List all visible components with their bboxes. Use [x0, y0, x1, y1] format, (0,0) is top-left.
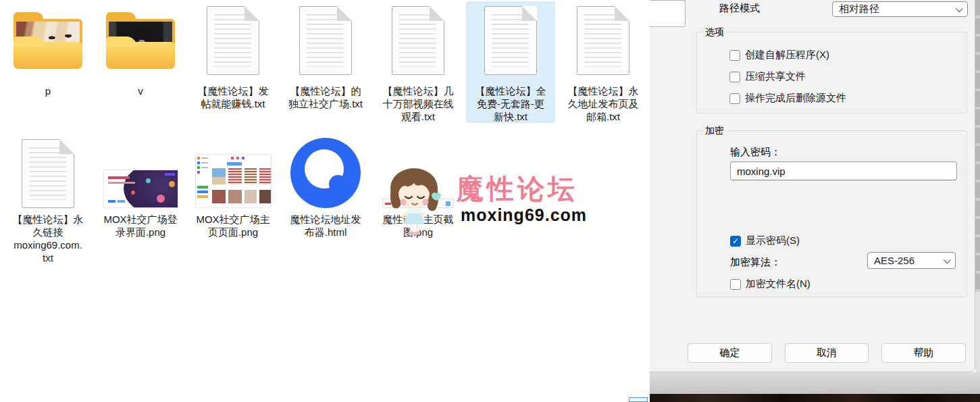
file-item[interactable]: 【魔性论坛】永 久链接 moxing69.com. txt — [3, 132, 93, 264]
checkbox-label: 压缩共享文件 — [745, 70, 806, 83]
checkbox-icon[interactable] — [730, 279, 741, 290]
file-icon-box — [188, 132, 278, 208]
folder-front — [14, 42, 82, 69]
text-file-icon — [392, 6, 444, 75]
file-label: 【魔性论坛】的 独立社交广场.txt — [288, 84, 363, 110]
file-label: MOX社交广场登 录界面.png — [103, 213, 177, 238]
watermark-title: 魔性论坛 — [457, 170, 578, 207]
algorithm-select[interactable]: AES-256 — [867, 252, 956, 269]
image-thumbnail-home — [195, 154, 272, 208]
checkbox-encrypt-filenames[interactable]: 加密文件名(N) — [730, 278, 810, 291]
checkbox-icon[interactable] — [729, 72, 740, 82]
options-group: 选项 创建自解压程序(X) 压缩共享文件 操作完成后删除源文件 — [696, 32, 967, 114]
folder-icon — [106, 12, 175, 69]
file-item[interactable]: v — [96, 1, 185, 97]
path-mode-label: 路径模式 — [719, 2, 760, 15]
file-icon-box — [3, 1, 93, 80]
text-lines — [399, 14, 436, 67]
page-fold — [337, 6, 352, 21]
checkbox-label: 显示密码(S) — [746, 234, 800, 247]
page-fold — [430, 6, 444, 21]
page-fold — [59, 139, 74, 154]
chevron-down-icon — [956, 4, 963, 11]
options-group-title: 选项 — [703, 26, 726, 39]
text-lines — [214, 14, 251, 67]
file-icon-box — [373, 132, 463, 208]
checkbox-show-password[interactable]: 显示密码(S) — [730, 234, 800, 247]
checkbox-label: 创建自解压程序(X) — [745, 49, 829, 61]
checkbox-icon[interactable] — [729, 50, 740, 61]
encryption-group: 加密 输入密码： 显示密码(S) 加密算法： AES-256 加密文件名(N) — [696, 130, 967, 297]
path-mode-value: 相对路径 — [839, 3, 879, 16]
watermark-domain: moxing69.com — [461, 205, 587, 225]
text-file-icon — [299, 6, 352, 75]
file-icon-box — [96, 132, 185, 208]
file-label: 魔性论坛地址发 布器.html — [290, 213, 361, 238]
text-file-icon — [577, 6, 629, 75]
file-label: p — [45, 84, 51, 97]
image-thumbnail-login — [103, 170, 178, 208]
ok-button[interactable]: 确定 — [688, 343, 772, 363]
chevron-down-icon — [944, 255, 951, 263]
file-item[interactable]: 魔性论坛地址发 布器.html — [281, 132, 370, 238]
checkbox-create-sfx[interactable]: 创建自解压程序(X) — [729, 49, 829, 61]
checkbox-delete-source[interactable]: 操作完成后删除源文件 — [729, 92, 846, 105]
file-item[interactable]: p — [3, 1, 93, 97]
screen: pv【魔性论坛】发 帖就能赚钱.txt【魔性论坛】的 独立社交广场.txt【魔性… — [0, 0, 980, 402]
file-label: 【魔性论坛】发 帖就能赚钱.txt — [198, 84, 269, 110]
checkbox-checked-icon[interactable] — [730, 236, 741, 247]
file-item[interactable]: 【魔性论坛】全 免费-无套路-更 新快.txt — [466, 1, 555, 123]
checkbox-icon[interactable] — [729, 93, 740, 104]
archive-dialog: / 12 18 MB 路径模式 相对路径 选项 创建自解压程序(X) 压缩共享文… — [650, 0, 975, 372]
file-icon-box — [466, 1, 555, 80]
algorithm-label: 加密算法： — [730, 256, 781, 269]
file-label: 【魔性论坛】全 免费-无套路-更 新快.txt — [475, 84, 546, 123]
checkbox-label: 加密文件名(N) — [746, 278, 810, 291]
left-partial-field[interactable] — [650, 0, 686, 27]
encryption-group-title: 加密 — [703, 125, 726, 137]
file-item[interactable]: MOX社交广场登 录界面.png — [96, 132, 185, 238]
text-file-icon — [207, 6, 259, 75]
page-fold — [615, 6, 629, 21]
file-label: 【魔性论坛】永 久地址发布页及 邮箱.txt — [568, 84, 639, 123]
window-edge-scrollbar — [975, 0, 980, 372]
file-icon-box — [96, 1, 185, 80]
path-mode-select[interactable]: 相对路径 — [832, 1, 968, 17]
file-icon-box — [3, 132, 93, 208]
file-item[interactable]: 【魔性论坛】永 久地址发布页及 邮箱.txt — [559, 1, 648, 123]
algorithm-value: AES-256 — [874, 255, 914, 266]
text-lines — [492, 14, 529, 67]
text-file-icon — [484, 6, 537, 75]
image-thumbnail-screenshot — [382, 199, 454, 208]
checkbox-shared-archive[interactable]: 压缩共享文件 — [729, 70, 806, 83]
cancel-button[interactable]: 取消 — [785, 343, 869, 363]
password-label: 输入密码： — [730, 146, 781, 159]
file-item[interactable]: 魔性论坛主页截 图.png — [373, 132, 463, 238]
file-item[interactable]: 【魔性论坛】的 独立社交广场.txt — [281, 1, 370, 110]
file-icon-box — [559, 1, 648, 80]
checkbox-label: 操作完成后删除源文件 — [745, 92, 846, 105]
page-fold — [244, 6, 259, 21]
folder-icon — [14, 12, 82, 69]
taskbar-peek-element — [629, 397, 648, 402]
file-label: MOX社交广场主 页页面.png — [196, 213, 269, 238]
file-label: 【魔性论坛】永 久链接 moxing69.com. txt — [13, 213, 84, 264]
password-input[interactable] — [730, 161, 957, 180]
text-file-icon — [22, 139, 74, 208]
text-lines — [307, 14, 344, 67]
file-icon-box — [281, 1, 370, 80]
file-label: v — [138, 84, 143, 97]
file-label: 魔性论坛主页截 图.png — [383, 213, 454, 238]
page-fold — [522, 6, 537, 21]
file-icon-box — [373, 1, 463, 80]
file-item[interactable]: 【魔性论坛】几 十万部视频在线 观看.txt — [373, 1, 463, 123]
file-label: 【魔性论坛】几 十万部视频在线 观看.txt — [383, 84, 454, 123]
file-icon-box — [281, 132, 370, 208]
file-icon-box — [188, 1, 278, 80]
help-button[interactable]: 帮助 — [881, 343, 966, 363]
file-item[interactable]: MOX社交广场主 页页面.png — [188, 132, 278, 238]
background-dark-strip — [650, 394, 980, 402]
file-item[interactable]: 【魔性论坛】发 帖就能赚钱.txt — [188, 1, 278, 110]
folder-front — [106, 42, 175, 69]
text-lines — [584, 14, 621, 67]
